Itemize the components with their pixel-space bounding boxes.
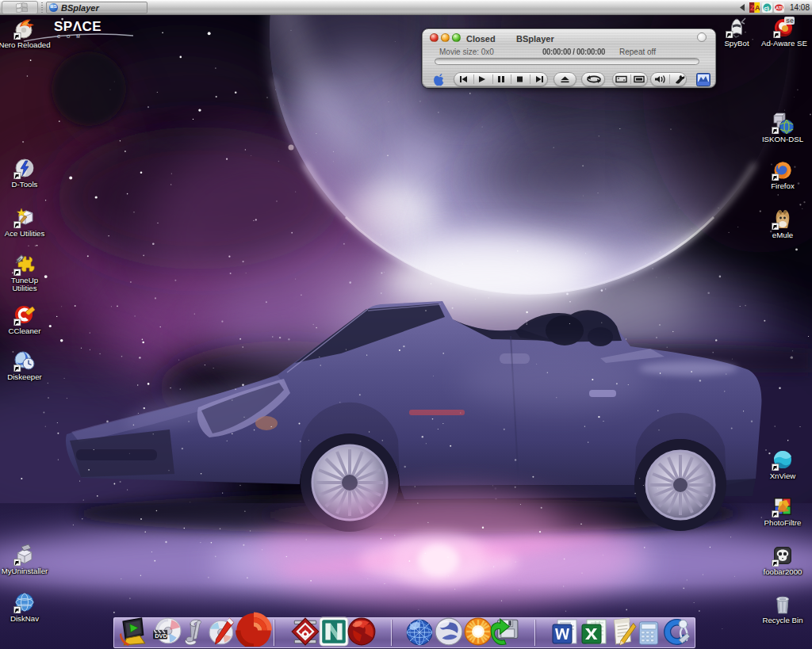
svg-text:SPΛCE: SPΛCE bbox=[54, 19, 102, 34]
svg-text:DVD: DVD bbox=[155, 632, 167, 639]
svg-text:se: se bbox=[786, 17, 794, 25]
svg-text:): ) bbox=[767, 5, 769, 12]
svg-text:A: A bbox=[755, 4, 760, 12]
svg-text:COM: COM bbox=[57, 34, 86, 39]
svg-text:ATI: ATI bbox=[776, 6, 783, 10]
